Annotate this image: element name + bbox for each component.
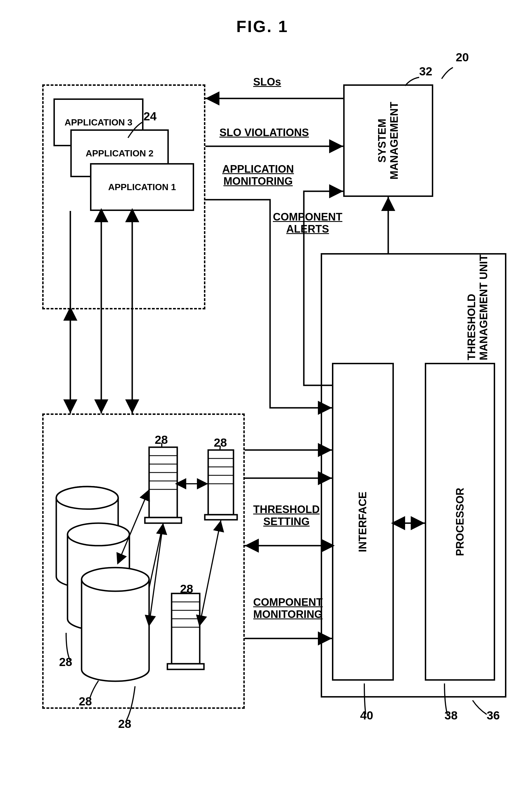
- component-alerts-label: COMPONENT ALERTS: [273, 211, 342, 235]
- ref-24: 24: [143, 110, 157, 123]
- application-2-label: APPLICATION 2: [86, 148, 153, 158]
- ref-28c: 28: [155, 433, 168, 447]
- slos-label: SLOs: [253, 76, 281, 88]
- components-container: [42, 413, 245, 709]
- page: FIG. 1 20 APPLICATION 3 APPLICATION 2 AP…: [6, 6, 512, 812]
- application-1-box: APPLICATION 1: [90, 163, 194, 211]
- system-management-box: SYSTEM MANAGEMENT: [343, 84, 433, 197]
- application-monitoring-label: APPLICATION MONITORING: [222, 163, 294, 187]
- application-3-label: APPLICATION 3: [64, 117, 132, 128]
- system-management-label: SYSTEM MANAGEMENT: [376, 102, 400, 180]
- interface-label: INTERFACE: [357, 491, 369, 552]
- ref-36: 36: [487, 709, 500, 722]
- ref-28f: 28: [118, 717, 132, 731]
- processor-label: PROCESSOR: [454, 488, 466, 556]
- slo-violations-label: SLO VIOLATIONS: [220, 126, 309, 139]
- threshold-setting-label: THRESHOLD SETTING: [253, 503, 319, 528]
- ref-32: 32: [419, 65, 432, 78]
- figure-title: FIG. 1: [236, 17, 288, 36]
- ref-38: 38: [445, 709, 458, 722]
- ref-28d: 28: [180, 582, 193, 596]
- application-1-label: APPLICATION 1: [108, 182, 176, 193]
- ref-40: 40: [360, 709, 373, 722]
- processor-box: PROCESSOR: [425, 363, 495, 680]
- ref-28a: 28: [59, 655, 72, 669]
- tmu-label: THRESHOLD MANAGEMENT UNIT: [465, 255, 490, 360]
- ref-28b: 28: [79, 695, 92, 708]
- interface-box: INTERFACE: [332, 363, 394, 680]
- component-monitoring-label: COMPONENT MONITORING: [253, 596, 323, 620]
- ref-28e: 28: [214, 436, 227, 450]
- ref-20: 20: [456, 51, 469, 64]
